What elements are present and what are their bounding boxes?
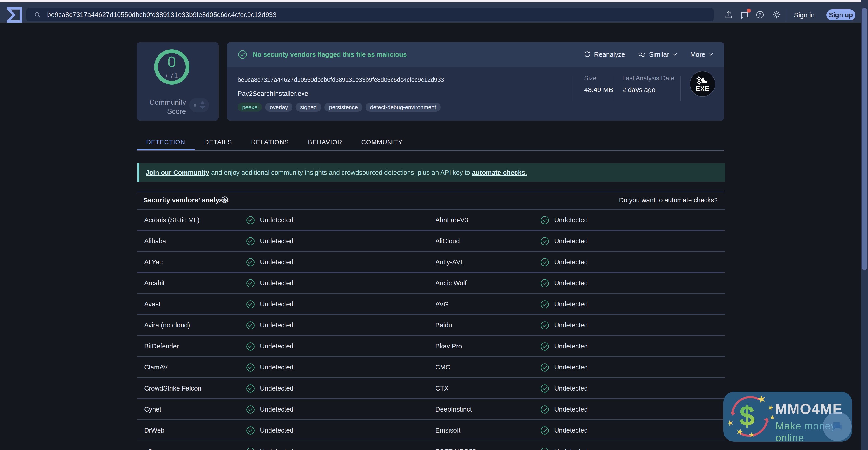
- virustotal-logo[interactable]: [7, 7, 22, 23]
- vendor-name: Cynet: [144, 399, 161, 420]
- tab-detection[interactable]: DETECTION: [137, 134, 195, 151]
- star-icon: ★: [748, 431, 755, 439]
- more-button[interactable]: More: [690, 51, 713, 58]
- undetected-check-icon: [246, 342, 255, 351]
- vendor-status: Undetected: [540, 252, 588, 273]
- tab-details[interactable]: DETAILS: [195, 134, 242, 151]
- info-icon[interactable]: [221, 196, 228, 204]
- join-community-link[interactable]: Join our Community: [146, 169, 209, 176]
- scrollbar-thumb[interactable]: [862, 8, 867, 270]
- table-row: BitDefenderUndetectedBkav ProUndetected: [137, 336, 725, 357]
- undetected-check-icon: [540, 321, 549, 330]
- vendor-status: Undetected: [246, 315, 293, 336]
- tab-community[interactable]: COMMUNITY: [352, 134, 412, 151]
- vendor-name: AliCloud: [435, 231, 460, 252]
- file-type-text: EXE: [695, 86, 709, 92]
- vendor-status: Undetected: [540, 336, 588, 357]
- last-analysis-block: Last Analysis Date 2 days ago: [622, 74, 674, 94]
- file-tag-overlay[interactable]: overlay: [265, 103, 292, 112]
- vendor-name: CMC: [435, 357, 450, 378]
- header-actions: Reanalyze Similar More: [584, 51, 713, 58]
- scrollbar-track[interactable]: [861, 0, 868, 450]
- chat-widget-button[interactable]: [823, 412, 852, 441]
- sign-up-button[interactable]: Sign up: [827, 9, 855, 20]
- tab-behavior[interactable]: BEHAVIOR: [298, 134, 352, 151]
- vendor-status: Undetected: [246, 252, 293, 273]
- theme-toggle-icon[interactable]: [772, 10, 782, 20]
- undetected-check-icon: [540, 258, 549, 267]
- banner-text: and enjoy additional community insights …: [209, 169, 472, 176]
- similar-button[interactable]: Similar: [638, 51, 677, 58]
- verdict-text: No security vendors flagged this file as…: [253, 51, 407, 58]
- meta-divider: [614, 76, 614, 101]
- vendor-status: Undetected: [540, 357, 588, 378]
- upload-icon[interactable]: [724, 10, 734, 20]
- detection-score-ring: 0 / 71: [154, 49, 189, 85]
- vendor-status: Undetected: [540, 294, 588, 315]
- vendor-name: ESET-NOD32: [435, 441, 476, 450]
- vendor-status: Undetected: [246, 420, 293, 441]
- vendor-name: AVG: [435, 294, 449, 315]
- virustotal-file-report: be9ca8c7317a44627d10550dbcb0fd389131e33b…: [0, 0, 868, 450]
- detections-count: 0: [167, 54, 176, 69]
- tab-relations[interactable]: RELATIONS: [242, 134, 298, 151]
- vote-dot-icon: [194, 104, 196, 107]
- mmo4me-logo: $ ★ ★ ★ ★ ★ ★: [725, 393, 774, 441]
- automate-checks-link[interactable]: automate checks.: [472, 169, 527, 176]
- last-analysis-label: Last Analysis Date: [622, 74, 674, 82]
- file-tag-signed[interactable]: signed: [296, 103, 321, 112]
- undetected-check-icon: [246, 384, 255, 393]
- search-value: be9ca8c7317a44627d10550dbcb0fd389131e33b…: [47, 11, 276, 19]
- vendor-name: CrowdStrike Falcon: [144, 378, 202, 399]
- file-tag-detect-debug-environment[interactable]: detect-debug-environment: [366, 103, 440, 112]
- undetected-check-icon: [246, 258, 255, 267]
- vendor-status: Undetected: [540, 231, 588, 252]
- file-size-block: Size 48.49 MB: [584, 74, 613, 94]
- dollar-icon: $: [739, 400, 755, 432]
- vote-up-icon[interactable]: [200, 101, 205, 104]
- table-row: AvastUndetectedAVGUndetected: [137, 294, 725, 315]
- undetected-check-icon: [246, 279, 255, 288]
- search-input[interactable]: be9ca8c7317a44627d10550dbcb0fd389131e33b…: [26, 8, 714, 21]
- top-navbar: be9ca8c7317a44627d10550dbcb0fd389131e33b…: [0, 2, 868, 23]
- chat-icon: [830, 419, 844, 434]
- file-tag-persistence[interactable]: persistence: [324, 103, 362, 112]
- last-analysis-value: 2 days ago: [622, 86, 674, 94]
- file-name: Pay2SearchInstaller.exe: [238, 90, 308, 97]
- table-row: AlibabaUndetectedAliCloudUndetected: [137, 231, 725, 252]
- undetected-check-icon: [540, 447, 549, 450]
- vendor-name: Emsisoft: [435, 420, 460, 441]
- vendor-name: ALYac: [144, 252, 162, 273]
- vendors-table: Acronis (Static ML)UndetectedAhnLab-V3Un…: [137, 209, 725, 450]
- size-value: 48.49 MB: [584, 86, 613, 94]
- vendor-name: ClamAV: [144, 357, 168, 378]
- reanalyze-icon: [584, 51, 591, 58]
- table-row: DrWebUndetectedEmsisoftUndetected: [137, 420, 725, 441]
- vendor-name: Avast: [144, 294, 160, 315]
- undetected-check-icon: [540, 237, 549, 246]
- verdict-strip: No security vendors flagged this file as…: [227, 42, 724, 67]
- vote-widget[interactable]: [189, 98, 209, 112]
- vendor-name: Baidu: [435, 315, 452, 336]
- vendor-status: Undetected: [540, 399, 588, 420]
- help-icon[interactable]: ?: [755, 10, 765, 20]
- file-tag-peexe[interactable]: peexe: [238, 103, 262, 112]
- automate-checks-question[interactable]: Do you want to automate checks?: [619, 197, 718, 204]
- vendor-status: Undetected: [540, 210, 588, 231]
- section-title: Security vendors' analysis: [143, 196, 228, 204]
- undetected-check-icon: [540, 279, 549, 288]
- vendor-status: Undetected: [540, 315, 588, 336]
- vendor-status: Undetected: [540, 420, 588, 441]
- reanalyze-button[interactable]: Reanalyze: [584, 51, 625, 58]
- vendor-status: Undetected: [246, 231, 293, 252]
- vendor-name: DrWeb: [144, 420, 164, 441]
- svg-text:?: ?: [758, 12, 761, 18]
- vote-down-icon[interactable]: [200, 106, 205, 109]
- vendor-status: Undetected: [540, 273, 588, 294]
- table-row: CrowdStrike FalconUndetectedCTXUndetecte…: [137, 378, 725, 399]
- sign-in-link[interactable]: Sign in: [794, 11, 815, 19]
- community-score-label: Community Score: [146, 98, 186, 116]
- table-row: eScanUndetectedESET-NOD32Undetected: [137, 441, 725, 450]
- vendor-name: DeepInstinct: [435, 399, 472, 420]
- tabs-bottom-border: [137, 150, 724, 151]
